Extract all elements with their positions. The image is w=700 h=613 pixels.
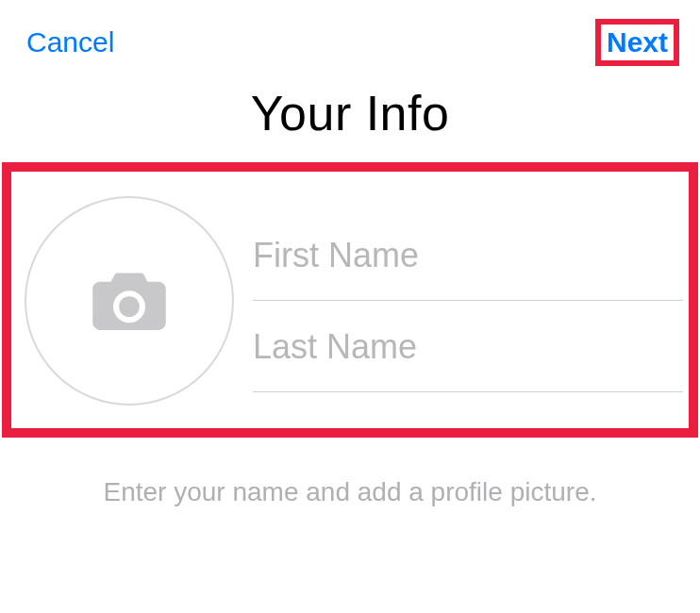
next-button[interactable]: Next: [607, 26, 668, 58]
name-fields: [253, 209, 683, 392]
last-name-field[interactable]: [253, 301, 683, 392]
nav-header: Cancel Next: [0, 0, 700, 79]
next-highlight-box: Next: [595, 19, 679, 66]
cancel-button[interactable]: Cancel: [26, 26, 114, 58]
hint-text: Enter your name and add a profile pictur…: [0, 477, 700, 507]
camera-icon: [92, 272, 166, 330]
profile-form-highlight-box: [2, 162, 698, 438]
first-name-field[interactable]: [253, 209, 683, 301]
profile-picture-button[interactable]: [25, 196, 234, 406]
page-title: Your Info: [0, 85, 700, 141]
